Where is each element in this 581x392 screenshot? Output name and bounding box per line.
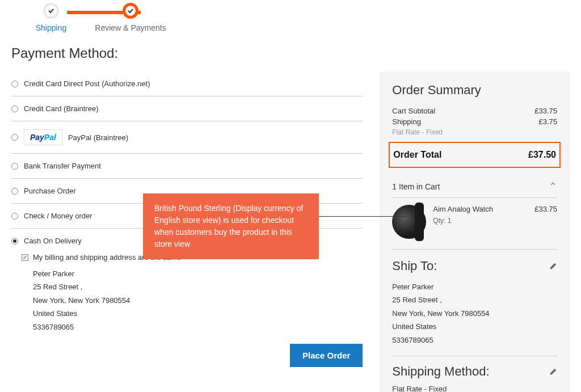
order-summary-sidebar: Order Summary Cart Subtotal £33.75 Shipp… [380,71,570,392]
method-label: Cash On Delivery [24,237,82,245]
checkout-progress: Shipping Review & Payments [11,3,570,31]
method-label: Check / Money order [24,212,92,220]
method-label: Credit Card Direct Post (Authorize.net) [24,79,150,88]
radio-icon[interactable] [11,106,18,112]
total-label: Order Total [393,150,441,160]
step-label: Shipping [36,23,67,32]
checkmark-icon [43,3,59,19]
payment-method-option[interactable]: Bank Transfer Payment [11,154,363,179]
radio-icon[interactable] [11,134,18,141]
payment-method-option[interactable]: PayPal PayPal (Braintree) [11,121,363,154]
billing-address: Peter Parker 25 Red Street , New York, N… [33,267,363,334]
chevron-up-icon: ⌃ [549,180,557,193]
paypal-logo-icon: PayPal [24,129,62,145]
method-label: Bank Transfer Payment [24,162,101,170]
shipping-method-title: Shipping Method: [392,364,489,379]
product-image [392,205,426,239]
ship-to-address: Peter Parker 25 Red Street , New York, N… [392,280,557,356]
step-label: Review & Payments [95,23,166,32]
progress-step-review: Review & Payments [91,3,170,32]
subtotal-row: Cart Subtotal £33.75 [392,107,557,115]
shipping-method-sub: Flat Rate - Fixed [392,128,557,136]
place-order-button[interactable]: Place Order [290,344,363,367]
radio-icon[interactable] [11,188,18,195]
addr-phone: 5336789065 [33,321,363,334]
item-price: £33.75 [534,205,557,239]
checkbox-icon[interactable]: ✓ [22,254,28,261]
ship-to-title: Ship To: [392,259,437,273]
ship-country: United States [392,320,557,333]
shipping-method-text: Flat Rate - Fixed [392,385,557,392]
ship-city: New York, New York 7980554 [392,307,557,320]
shipping-value: £3.75 [538,117,557,126]
radio-icon[interactable] [11,81,18,87]
cart-count: 1 Item in Cart [392,182,440,191]
cart-items-toggle[interactable]: 1 Item in Cart ⌃ [392,176,557,198]
subtotal-value: £33.75 [534,107,557,115]
payment-method-option[interactable]: Credit Card Direct Post (Authorize.net) [11,71,363,96]
progress-step-shipping[interactable]: Shipping [11,3,91,32]
pencil-icon[interactable] [549,368,557,376]
method-label: Credit Card (Braintree) [24,104,99,113]
summary-title: Order Summary [392,83,557,98]
addr-country: United States [33,307,363,320]
shipping-label: Shipping [392,117,421,126]
total-value: £37.50 [528,150,556,160]
shipping-row: Shipping £3.75 [392,117,557,126]
annotation-callout: British Pound Sterling (Display currency… [143,193,319,259]
method-label: Purchase Order [24,187,76,195]
payment-method-option[interactable]: Credit Card (Braintree) [11,96,363,121]
item-qty: Qty: 1 [433,217,493,225]
method-label: PayPal (Braintree) [68,133,128,142]
subtotal-label: Cart Subtotal [392,107,435,115]
radio-icon[interactable] [11,238,18,245]
ship-street: 25 Red Street , [392,293,557,306]
order-total-row: Order Total £37.50 [389,142,561,168]
ship-phone: 5336789065 [392,334,557,347]
item-name: Aim Analog Watch [433,205,493,213]
ship-name: Peter Parker [392,280,557,293]
page-title: Payment Method: [11,45,570,61]
checkmark-icon [123,3,138,19]
pencil-icon[interactable] [549,262,557,270]
addr-name: Peter Parker [33,267,363,280]
radio-icon[interactable] [11,213,18,220]
cart-item: Aim Analog Watch Qty: 1 £33.75 [392,205,557,250]
annotation-line [319,216,406,217]
radio-icon[interactable] [11,163,18,170]
addr-street: 25 Red Street , [33,280,363,293]
addr-city: New York, New York 7980554 [33,294,363,307]
